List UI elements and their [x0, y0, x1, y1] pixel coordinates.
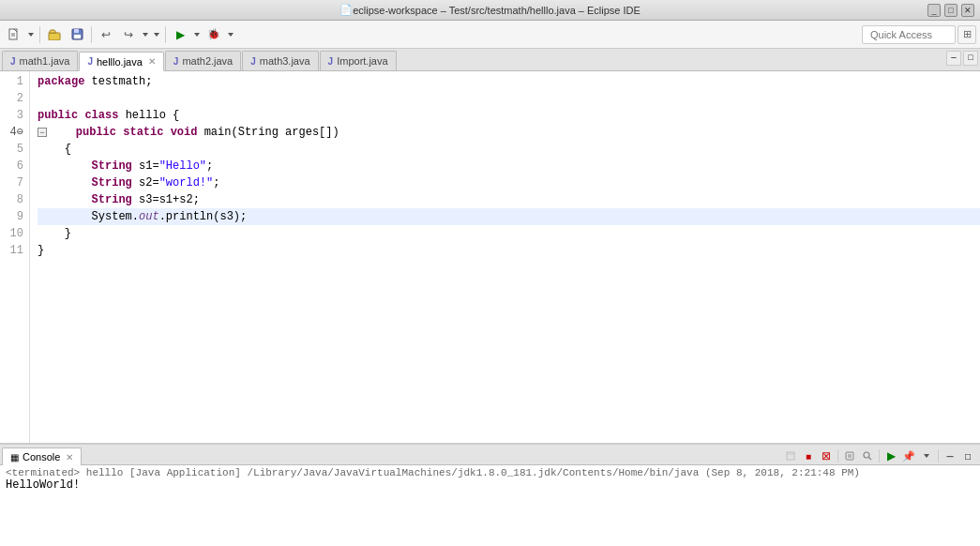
undo-button[interactable]: ↩	[96, 24, 116, 45]
code-line-10: }	[38, 225, 980, 242]
java-icon: J	[328, 56, 334, 67]
console-dropdown-button[interactable]	[918, 447, 935, 464]
tab-import[interactable]: J Import.java	[320, 51, 397, 70]
perspective-button[interactable]: ⊞	[957, 25, 976, 44]
tab-math1-label: math1.java	[20, 55, 70, 67]
string-hello: "Hello"	[159, 158, 206, 174]
tab-helllo[interactable]: J helllo.java ✕	[79, 52, 163, 71]
code-line-11: }	[38, 242, 980, 259]
svg-marker-8	[143, 33, 148, 37]
java-icon: J	[10, 56, 16, 67]
undo-dropdown-button[interactable]	[141, 24, 150, 45]
close-window-button[interactable]: ✕	[961, 4, 974, 17]
keyword-string2: String	[92, 174, 132, 191]
keyword-package: package	[38, 73, 84, 90]
console-search-button[interactable]	[859, 447, 876, 464]
tab-math3-label: math3.java	[260, 55, 310, 67]
line-num-6: 6	[4, 158, 23, 174]
svg-rect-14	[846, 452, 853, 460]
java-icon: J	[250, 56, 256, 67]
keyword-string3: String	[92, 191, 132, 208]
console-toolbar: ■ ⊠ ▶ 📌 ─ □	[778, 447, 980, 464]
code-line-9: System. out .println(s3);	[38, 208, 980, 225]
line-num-9: 9	[4, 208, 23, 225]
tab-close-icon[interactable]: ✕	[148, 56, 156, 67]
line-num-10: 10	[4, 225, 23, 242]
console-run-again-button[interactable]: ▶	[882, 447, 899, 464]
console-icon: ▦	[10, 452, 19, 463]
run-button[interactable]: ▶	[170, 24, 190, 45]
tab-math3[interactable]: J math3.java	[242, 51, 318, 70]
code-line-1: package testmath;	[38, 73, 980, 90]
code-content[interactable]: package testmath; public class helllo { …	[30, 71, 980, 443]
debug-dropdown-button[interactable]	[226, 24, 235, 45]
code-editor[interactable]: 1 2 3 4⊖ 5 6 7 8 9 10 11 package testmat…	[0, 71, 980, 443]
minimize-button[interactable]: _	[927, 4, 941, 17]
svg-marker-3	[28, 33, 34, 37]
open-button[interactable]	[44, 24, 65, 45]
console-clear-button[interactable]	[782, 447, 799, 464]
line-num-8: 8	[4, 191, 23, 208]
redo-dropdown-button[interactable]	[152, 24, 161, 45]
code-line-8: String s3=s1+s2;	[38, 191, 980, 208]
titlebar: 📄 eclipse-workspace – Test/src/testmath/…	[0, 0, 980, 21]
keyword-void: void	[171, 124, 198, 141]
keyword-string1: String	[92, 158, 132, 174]
debug-button[interactable]: 🐞	[204, 24, 224, 45]
code-line-2	[38, 90, 980, 107]
console-tab-close[interactable]: ✕	[66, 452, 73, 463]
new-dropdown-button[interactable]	[26, 24, 36, 45]
svg-rect-6	[74, 29, 79, 33]
console-sep1	[837, 449, 838, 463]
titlebar-icon: 📄	[339, 4, 353, 16]
keyword-public: public	[38, 107, 78, 124]
line-num-11: 11	[4, 242, 23, 259]
maximize-button[interactable]: □	[944, 4, 957, 17]
line-num-3: 3	[4, 107, 23, 124]
tab-minimize-button[interactable]: ─	[946, 51, 961, 66]
new-file-button[interactable]	[4, 24, 24, 45]
redo-button[interactable]: ↪	[118, 24, 139, 45]
tab-bar-controls: ─ □	[946, 51, 978, 66]
console-maximize-button[interactable]: □	[959, 447, 976, 464]
console-stop-button[interactable]: ■	[800, 447, 817, 464]
run-dropdown-button[interactable]	[192, 24, 202, 45]
toolbar-sep-2	[91, 26, 92, 43]
keyword-public2: public	[76, 124, 116, 141]
keyword-class: class	[84, 107, 118, 124]
console-tab[interactable]: ▦ Console ✕	[2, 447, 82, 465]
method-out: out	[139, 208, 159, 225]
svg-line-18	[869, 458, 872, 461]
editor-tabbar: J math1.java J helllo.java ✕ J math2.jav…	[0, 49, 980, 71]
svg-marker-19	[924, 454, 929, 458]
console-result: HelloWorld!	[6, 478, 974, 492]
tab-math1[interactable]: J math1.java	[2, 51, 78, 70]
console-props-button[interactable]	[841, 447, 858, 464]
tab-math2[interactable]: J math2.java	[165, 51, 241, 70]
line-num-5: 5	[4, 141, 23, 158]
save-button[interactable]	[67, 24, 87, 45]
console-disconnect-button[interactable]: ⊠	[818, 447, 835, 464]
console-sep2	[879, 449, 880, 463]
console-panel: ▦ Console ✕ ■ ⊠ ▶ 📌 ─ □	[0, 443, 980, 546]
window-controls: _ □ ✕	[927, 4, 974, 17]
svg-rect-7	[74, 35, 81, 38]
code-line-3: public class helllo {	[38, 107, 980, 124]
svg-point-17	[864, 452, 869, 458]
tab-helllo-label: helllo.java	[97, 56, 143, 68]
svg-rect-4	[49, 33, 60, 40]
java-icon: J	[87, 56, 93, 67]
line-numbers: 1 2 3 4⊖ 5 6 7 8 9 10 11	[0, 71, 30, 443]
console-tab-label: Console	[23, 451, 60, 463]
titlebar-title: eclipse-workspace – Test/src/testmath/he…	[353, 5, 641, 16]
console-output: <terminated> helllo [Java Application] /…	[0, 465, 980, 546]
svg-rect-12	[787, 452, 794, 460]
console-minimize-button[interactable]: ─	[942, 447, 958, 464]
quick-access-input[interactable]	[862, 25, 956, 44]
console-pin-button[interactable]: 📌	[900, 447, 917, 464]
tab-maximize-button[interactable]: □	[963, 51, 978, 66]
code-line-4: − public static void main(String arges[]…	[38, 124, 980, 141]
fold-marker-4[interactable]: −	[38, 128, 47, 137]
java-icon: J	[173, 56, 179, 67]
console-tabbar: ▦ Console ✕ ■ ⊠ ▶ 📌 ─ □	[0, 445, 980, 465]
